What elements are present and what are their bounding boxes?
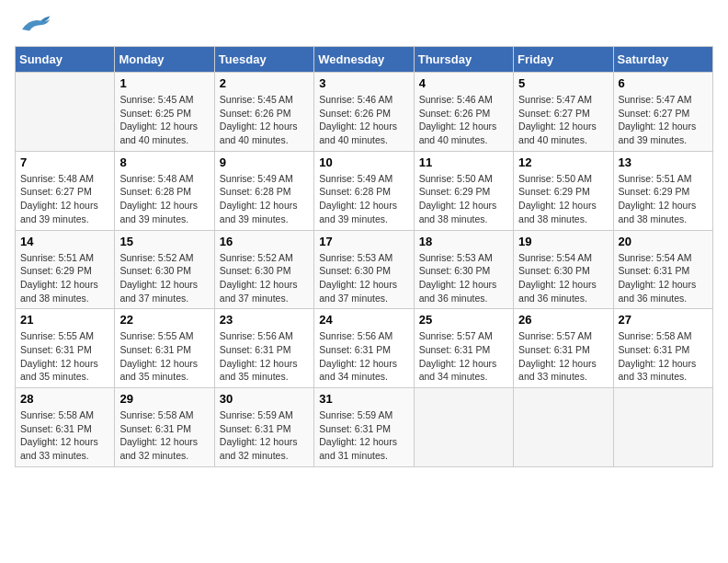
day-info: Sunrise: 5:51 AM Sunset: 6:29 PM Dayligh… — [20, 251, 109, 305]
day-info: Sunrise: 5:47 AM Sunset: 6:27 PM Dayligh… — [518, 93, 608, 147]
day-number: 19 — [518, 235, 608, 248]
day-info: Sunrise: 5:47 AM Sunset: 6:27 PM Dayligh… — [619, 93, 708, 147]
calendar-cell: 14Sunrise: 5:51 AM Sunset: 6:29 PM Dayli… — [16, 230, 115, 309]
day-info: Sunrise: 5:56 AM Sunset: 6:31 PM Dayligh… — [319, 329, 408, 384]
day-number: 28 — [20, 392, 109, 406]
day-number: 27 — [619, 313, 708, 327]
calendar-day-header: Monday — [115, 47, 214, 73]
day-number: 7 — [20, 155, 109, 169]
day-info: Sunrise: 5:50 AM Sunset: 6:29 PM Dayligh… — [419, 172, 508, 226]
calendar-cell: 7Sunrise: 5:48 AM Sunset: 6:27 PM Daylig… — [16, 151, 115, 230]
calendar-cell — [514, 388, 613, 467]
day-number: 3 — [319, 76, 408, 90]
calendar-cell: 6Sunrise: 5:47 AM Sunset: 6:27 PM Daylig… — [613, 73, 712, 152]
calendar-week-row: 7Sunrise: 5:48 AM Sunset: 6:27 PM Daylig… — [16, 151, 713, 230]
calendar-cell: 17Sunrise: 5:53 AM Sunset: 6:30 PM Dayli… — [314, 230, 414, 309]
calendar-cell: 27Sunrise: 5:58 AM Sunset: 6:31 PM Dayli… — [613, 309, 712, 388]
day-info: Sunrise: 5:48 AM Sunset: 6:28 PM Dayligh… — [119, 172, 209, 226]
calendar-day-header: Wednesday — [314, 47, 414, 73]
day-number: 6 — [619, 76, 708, 90]
day-info: Sunrise: 5:59 AM Sunset: 6:31 PM Dayligh… — [319, 408, 408, 463]
calendar-cell: 1Sunrise: 5:45 AM Sunset: 6:25 PM Daylig… — [115, 73, 214, 152]
day-number: 29 — [119, 392, 209, 406]
day-info: Sunrise: 5:52 AM Sunset: 6:30 PM Dayligh… — [220, 251, 309, 305]
day-info: Sunrise: 5:49 AM Sunset: 6:28 PM Dayligh… — [220, 172, 309, 226]
calendar-week-row: 28Sunrise: 5:58 AM Sunset: 6:31 PM Dayli… — [16, 388, 713, 467]
day-number: 30 — [220, 392, 309, 406]
day-number: 8 — [119, 155, 209, 169]
day-info: Sunrise: 5:59 AM Sunset: 6:31 PM Dayligh… — [220, 408, 309, 463]
calendar-cell: 19Sunrise: 5:54 AM Sunset: 6:30 PM Dayli… — [514, 230, 613, 309]
day-number: 15 — [119, 235, 209, 248]
calendar-day-header: Thursday — [414, 47, 513, 73]
day-number: 9 — [220, 155, 309, 169]
calendar-cell — [16, 73, 115, 152]
day-number: 22 — [119, 313, 209, 327]
calendar-cell: 8Sunrise: 5:48 AM Sunset: 6:28 PM Daylig… — [115, 151, 214, 230]
day-number: 24 — [319, 313, 408, 327]
day-info: Sunrise: 5:53 AM Sunset: 6:30 PM Dayligh… — [419, 251, 508, 305]
day-number: 26 — [518, 313, 608, 327]
calendar-cell — [414, 388, 513, 467]
day-info: Sunrise: 5:56 AM Sunset: 6:31 PM Dayligh… — [220, 329, 309, 384]
calendar-day-header: Friday — [514, 47, 613, 73]
calendar-week-row: 14Sunrise: 5:51 AM Sunset: 6:29 PM Dayli… — [16, 230, 713, 309]
day-info: Sunrise: 5:54 AM Sunset: 6:31 PM Dayligh… — [619, 251, 708, 305]
day-number: 25 — [419, 313, 508, 327]
day-info: Sunrise: 5:49 AM Sunset: 6:28 PM Dayligh… — [319, 172, 408, 226]
day-number: 17 — [319, 235, 408, 248]
day-info: Sunrise: 5:57 AM Sunset: 6:31 PM Dayligh… — [518, 329, 608, 384]
day-info: Sunrise: 5:58 AM Sunset: 6:31 PM Dayligh… — [119, 408, 209, 463]
calendar-cell: 10Sunrise: 5:49 AM Sunset: 6:28 PM Dayli… — [314, 151, 414, 230]
calendar-cell: 3Sunrise: 5:46 AM Sunset: 6:26 PM Daylig… — [314, 73, 414, 152]
calendar-cell: 16Sunrise: 5:52 AM Sunset: 6:30 PM Dayli… — [214, 230, 313, 309]
day-info: Sunrise: 5:48 AM Sunset: 6:27 PM Dayligh… — [20, 172, 109, 226]
calendar-week-row: 21Sunrise: 5:55 AM Sunset: 6:31 PM Dayli… — [16, 309, 713, 388]
logo-bird-icon — [15, 15, 51, 37]
calendar-cell: 23Sunrise: 5:56 AM Sunset: 6:31 PM Dayli… — [214, 309, 313, 388]
day-number: 16 — [220, 235, 309, 248]
day-number: 10 — [319, 155, 408, 169]
day-info: Sunrise: 5:51 AM Sunset: 6:29 PM Dayligh… — [619, 172, 708, 226]
day-number: 31 — [319, 392, 408, 406]
calendar-cell: 30Sunrise: 5:59 AM Sunset: 6:31 PM Dayli… — [214, 388, 313, 467]
day-number: 23 — [220, 313, 309, 327]
calendar-day-header: Tuesday — [214, 47, 313, 73]
calendar-cell: 11Sunrise: 5:50 AM Sunset: 6:29 PM Dayli… — [414, 151, 513, 230]
calendar-week-row: 1Sunrise: 5:45 AM Sunset: 6:25 PM Daylig… — [16, 73, 713, 152]
day-info: Sunrise: 5:58 AM Sunset: 6:31 PM Dayligh… — [20, 408, 109, 463]
day-number: 1 — [119, 76, 209, 90]
logo — [15, 15, 51, 37]
day-number: 20 — [619, 235, 708, 248]
day-number: 21 — [20, 313, 109, 327]
day-number: 14 — [20, 235, 109, 248]
day-number: 4 — [419, 76, 508, 90]
calendar-cell: 24Sunrise: 5:56 AM Sunset: 6:31 PM Dayli… — [314, 309, 414, 388]
calendar-cell: 21Sunrise: 5:55 AM Sunset: 6:31 PM Dayli… — [16, 309, 115, 388]
calendar-cell: 9Sunrise: 5:49 AM Sunset: 6:28 PM Daylig… — [214, 151, 313, 230]
calendar-cell: 31Sunrise: 5:59 AM Sunset: 6:31 PM Dayli… — [314, 388, 414, 467]
day-info: Sunrise: 5:50 AM Sunset: 6:29 PM Dayligh… — [518, 172, 608, 226]
calendar-day-header: Sunday — [16, 47, 115, 73]
calendar-cell: 12Sunrise: 5:50 AM Sunset: 6:29 PM Dayli… — [514, 151, 613, 230]
day-number: 18 — [419, 235, 508, 248]
day-info: Sunrise: 5:58 AM Sunset: 6:31 PM Dayligh… — [619, 329, 708, 384]
calendar-cell: 22Sunrise: 5:55 AM Sunset: 6:31 PM Dayli… — [115, 309, 214, 388]
day-info: Sunrise: 5:55 AM Sunset: 6:31 PM Dayligh… — [119, 329, 209, 384]
calendar-cell: 25Sunrise: 5:57 AM Sunset: 6:31 PM Dayli… — [414, 309, 513, 388]
day-number: 5 — [518, 76, 608, 90]
day-info: Sunrise: 5:52 AM Sunset: 6:30 PM Dayligh… — [119, 251, 209, 305]
calendar-cell — [613, 388, 712, 467]
calendar-table: SundayMondayTuesdayWednesdayThursdayFrid… — [15, 46, 713, 467]
day-info: Sunrise: 5:55 AM Sunset: 6:31 PM Dayligh… — [20, 329, 109, 384]
calendar-cell: 26Sunrise: 5:57 AM Sunset: 6:31 PM Dayli… — [514, 309, 613, 388]
calendar-cell: 13Sunrise: 5:51 AM Sunset: 6:29 PM Dayli… — [613, 151, 712, 230]
calendar-cell: 20Sunrise: 5:54 AM Sunset: 6:31 PM Dayli… — [613, 230, 712, 309]
calendar-cell: 18Sunrise: 5:53 AM Sunset: 6:30 PM Dayli… — [414, 230, 513, 309]
calendar-cell: 2Sunrise: 5:45 AM Sunset: 6:26 PM Daylig… — [214, 73, 313, 152]
day-info: Sunrise: 5:45 AM Sunset: 6:25 PM Dayligh… — [119, 93, 209, 147]
day-info: Sunrise: 5:46 AM Sunset: 6:26 PM Dayligh… — [319, 93, 408, 147]
calendar-cell: 5Sunrise: 5:47 AM Sunset: 6:27 PM Daylig… — [514, 73, 613, 152]
day-number: 11 — [419, 155, 508, 169]
day-number: 13 — [619, 155, 708, 169]
